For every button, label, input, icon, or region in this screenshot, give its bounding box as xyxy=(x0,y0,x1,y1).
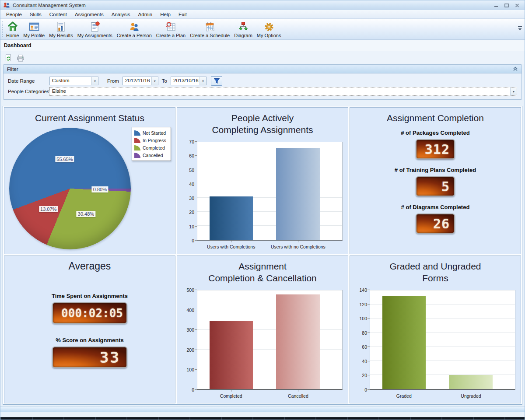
refresh-button[interactable] xyxy=(4,53,13,62)
minimize-button[interactable] xyxy=(493,3,499,8)
page-header: Dashboard xyxy=(0,40,525,51)
chevron-down-icon: ▾ xyxy=(200,77,206,85)
panel-completion-cancellation: Assignment Completion & Cancellation 010… xyxy=(177,256,348,403)
close-button[interactable] xyxy=(514,3,520,8)
toolbar-overflow-button[interactable] xyxy=(517,25,523,33)
gridline xyxy=(197,290,342,290)
date-range-value: Custom xyxy=(50,77,91,85)
legend-item: Completed xyxy=(134,144,168,151)
collapse-chevron-icon[interactable] xyxy=(513,65,518,73)
menu-help[interactable]: Help xyxy=(156,11,175,18)
toolbar-my-profile-button[interactable]: My Profile xyxy=(21,19,47,39)
menu-assignments[interactable]: Assignments xyxy=(71,11,108,18)
y-tick-mark xyxy=(195,212,197,212)
from-date-select[interactable]: 2012/11/16 ▾ xyxy=(122,77,158,85)
panel-title: Assignment Completion & Cancellation xyxy=(177,260,348,284)
y-tick-label: 0 xyxy=(192,238,194,243)
toolbar-home-button[interactable]: Home xyxy=(4,19,21,39)
toolbar-diagram-button[interactable]: Diagram xyxy=(232,19,255,39)
y-tick-mark xyxy=(368,389,370,390)
y-tick-label: 200 xyxy=(186,347,194,353)
y-tick-mark xyxy=(368,332,370,333)
y-tick-mark xyxy=(195,184,197,184)
menu-people[interactable]: People xyxy=(2,11,26,18)
x-category-label: Users with Completions xyxy=(207,244,255,249)
print-icon xyxy=(16,54,25,62)
to-date-value: 2013/10/16 xyxy=(171,77,200,85)
x-category-label: Users with no Completions xyxy=(271,244,326,249)
chart-plot xyxy=(370,290,515,390)
toolbar-label: Create a Plan xyxy=(156,33,186,38)
y-tick-mark xyxy=(195,389,197,390)
toolbar-create-schedule-button[interactable]: Create a Schedule xyxy=(188,19,232,39)
y-tick-label: 40 xyxy=(189,182,194,187)
menu-exit[interactable]: Exit xyxy=(175,11,191,18)
create-plan-icon xyxy=(165,21,176,32)
chart-plot xyxy=(197,142,343,241)
menu-admin[interactable]: Admin xyxy=(134,11,157,18)
funnel-icon xyxy=(214,78,220,84)
print-button[interactable] xyxy=(16,53,25,62)
profile-icon xyxy=(28,21,40,32)
bar-cancelled xyxy=(276,294,319,389)
toolbar-label: Create a Schedule xyxy=(190,33,230,38)
y-tick-label: 140 xyxy=(359,287,367,293)
toolbar-create-person-button[interactable]: Create a Person xyxy=(115,19,154,39)
y-tick-mark xyxy=(368,375,370,375)
toolbar-create-plan-button[interactable]: Create a Plan xyxy=(154,19,188,39)
menu-skills[interactable]: Skills xyxy=(26,11,46,18)
y-tick-mark xyxy=(195,198,197,198)
gridline xyxy=(197,156,342,156)
filter-panel: Filter Date Range Custom ▾ From 2012/11/… xyxy=(3,64,522,100)
options-icon xyxy=(263,21,275,32)
people-categories-combo[interactable]: Elaine ▾ xyxy=(49,87,517,96)
app-window: Consultant Management System People Skil… xyxy=(0,0,525,420)
x-category-label: Cancelled xyxy=(288,393,308,399)
panel-title: People Actively Completing Assignments xyxy=(177,112,348,136)
refresh-icon xyxy=(5,54,12,62)
y-tick-label: 80 xyxy=(362,330,367,336)
y-tick-label: 0 xyxy=(364,387,367,392)
y-tick-label: 300 xyxy=(186,327,194,332)
os-taskbar[interactable] xyxy=(0,417,525,420)
menu-content[interactable]: Content xyxy=(46,11,71,18)
x-category-label: Ungraded xyxy=(461,393,481,399)
y-tick-label: 60 xyxy=(189,153,194,158)
legend-swatch xyxy=(134,130,140,136)
chart-plot xyxy=(197,290,343,390)
y-tick-label: 20 xyxy=(362,373,367,378)
bar-ungraded xyxy=(449,375,492,389)
gridline xyxy=(197,184,342,184)
filter-header[interactable]: Filter xyxy=(4,65,522,74)
pie-slice-label: 13.07% xyxy=(39,206,58,212)
assignments-icon xyxy=(89,21,101,32)
y-tick-label: 10 xyxy=(189,224,194,229)
date-range-select[interactable]: Custom ▾ xyxy=(49,77,98,85)
results-icon xyxy=(55,21,66,32)
maximize-button[interactable] xyxy=(504,3,510,8)
toolbar-my-options-button[interactable]: My Options xyxy=(255,19,284,39)
apply-filter-button[interactable] xyxy=(211,76,222,86)
pie-slice-label: 0.80% xyxy=(92,186,108,192)
from-date-value: 2012/11/16 xyxy=(123,77,151,85)
y-tick-mark xyxy=(195,141,197,142)
y-tick-mark xyxy=(368,304,370,304)
to-date-select[interactable]: 2013/10/16 ▾ xyxy=(171,77,206,85)
led-label: # of Training Plans Completed xyxy=(350,167,521,173)
panel-graded-ungraded-forms: Graded and Ungraded Forms 02040608010012… xyxy=(350,256,521,403)
panel-title-line: Graded and Ungraded xyxy=(350,260,521,272)
panel-title-line: Completion & Cancellation xyxy=(177,272,348,284)
panel-assignment-completion: Assignment Completion # of Packages Comp… xyxy=(350,107,521,254)
people-categories-label: People Categories xyxy=(8,89,49,94)
toolbar-my-results-button[interactable]: My Results xyxy=(47,19,75,39)
legend-item: Cancelled xyxy=(134,151,168,159)
toolbar-label: My Results xyxy=(49,33,73,38)
pie-legend: Not Started In Progress Completed Cancel… xyxy=(132,127,171,161)
date-range-label: Date Range xyxy=(8,78,49,84)
led-label: # of Packages Completed xyxy=(350,130,521,136)
y-tick-label: 100 xyxy=(359,316,367,321)
menu-analysis[interactable]: Analysis xyxy=(108,11,134,18)
chevron-down-icon: ▾ xyxy=(151,77,158,85)
title-bar: Consultant Management System xyxy=(0,0,525,10)
toolbar-my-assignments-button[interactable]: My Assignments xyxy=(75,19,115,39)
